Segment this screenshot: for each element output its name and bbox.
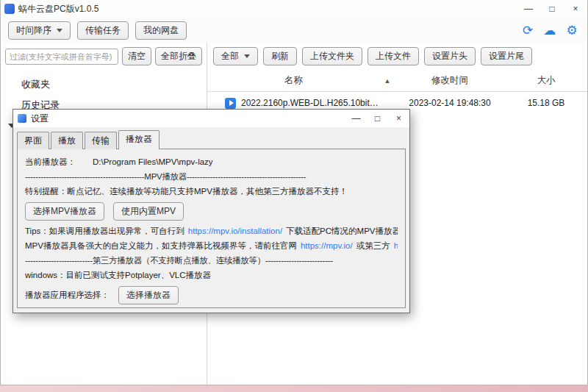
hooke007-link[interactable]: https://hooke007.github.io/ <box>394 240 398 252</box>
column-header-name[interactable]: 名称 <box>207 74 380 87</box>
transfer-tasks-button[interactable]: 传输任务 <box>77 21 129 40</box>
window-title: 蜗牛云盘PC版v1.0.5 <box>18 3 98 15</box>
sort-order-combo[interactable]: 时间降序 <box>8 21 71 40</box>
mpv-info-line: MPV播放器具备强大的自定义能力，如支持弹幕比视频界等，请前往官网 https:… <box>25 240 398 252</box>
filter-type-combo[interactable]: 全部 <box>213 47 258 65</box>
maximize-button[interactable]: □ <box>540 0 564 18</box>
thirdparty-separator: --------------------------第三方播放器（不支持断点播放… <box>25 255 398 266</box>
sort-asc-icon[interactable]: ▲ <box>380 77 395 85</box>
chevron-down-icon <box>244 54 250 58</box>
settings-tabs: 界面 播放 传输 播放器 <box>13 127 409 149</box>
tips-suffix: 下载适配PC情况的MPV播放器即可。 <box>286 226 398 237</box>
player-select-row: 播放器应用程序选择： 选择播放器 <box>25 286 398 304</box>
windows-support-line: windows：目前已测试支持Potplayer、VLC播放器 <box>25 270 398 281</box>
file-name: 2022.2160p.WEB-DL.H265.10bit.DDP.mkv <box>241 98 380 108</box>
my-drive-button[interactable]: 我的网盘 <box>135 21 187 40</box>
use-builtin-mpv-button[interactable]: 使用内置MPV <box>113 202 184 221</box>
settings-dialog-icon <box>18 114 26 123</box>
video-file-icon <box>225 98 236 109</box>
tab-interface[interactable]: 界面 <box>17 132 49 149</box>
set-intro-button[interactable]: 设置片头 <box>424 47 476 65</box>
filter-input[interactable] <box>5 49 118 65</box>
file-size: 15.18 GB <box>505 98 587 108</box>
actions-row: 全部 刷新 上传文件夹 上传文件 设置片头 设置片尾 <box>207 47 587 65</box>
current-player-path: D:\Program Files\MPV\mpv-lazy <box>93 157 213 168</box>
dialog-maximize-button[interactable]: □ <box>367 110 388 127</box>
collapse-all-button[interactable]: 全部折叠 <box>155 47 202 65</box>
mpv-site-link[interactable]: https://mpv.io/ <box>301 240 353 252</box>
dialog-close-button[interactable]: × <box>388 110 409 127</box>
toolbar-icons: ⟳ ☁ ⚙ <box>520 22 580 38</box>
file-name-cell: 2022.2160p.WEB-DL.H265.10bit.DDP.mkv <box>207 98 395 109</box>
sidebar-item-label: 收藏夹 <box>21 78 50 91</box>
dialog-minimize-button[interactable]: — <box>345 110 367 127</box>
player-select-label: 播放器应用程序选择： <box>25 290 110 301</box>
main-toolbar: 时间降序 传输任务 我的网盘 ⟳ ☁ ⚙ <box>1 18 587 43</box>
dialog-titlebar: 设置 — □ × <box>13 110 409 127</box>
mpv-buttons-row: 选择MPV播放器 使用内置MPV <box>25 202 398 221</box>
tab-player[interactable]: 播放器 <box>118 130 159 149</box>
upload-file-button[interactable]: 上传文件 <box>368 47 419 65</box>
column-header-modified[interactable]: 修改时间 <box>395 74 505 87</box>
tab-transfer[interactable]: 传输 <box>85 132 117 149</box>
minimize-button[interactable]: — <box>517 0 540 18</box>
column-header-size[interactable]: 大小 <box>505 74 587 87</box>
player-settings-pane: 当前播放器： D:\Program Files\MPV\mpv-lazy ---… <box>17 149 406 308</box>
window-controls: — □ × <box>517 0 587 18</box>
file-modified: 2023-02-14 19:48:30 <box>395 98 505 108</box>
tips-line: Tips：如果调用播放器出现异常，可自行到 https://mpv.io/ins… <box>25 226 398 237</box>
settings-dialog: 设置 — □ × 界面 播放 传输 播放器 当前播放器： D:\Program … <box>12 109 410 313</box>
select-player-button[interactable]: 选择播放器 <box>118 286 179 304</box>
refresh-button[interactable]: 刷新 <box>263 47 297 65</box>
sort-order-value: 时间降序 <box>16 24 51 37</box>
titlebar: 蜗牛云盘PC版v1.0.5 — □ × <box>1 0 587 18</box>
filter-type-value: 全部 <box>221 50 239 63</box>
dialog-controls: — □ × <box>345 110 409 127</box>
current-player-line: 当前播放器： D:\Program Files\MPV\mpv-lazy <box>25 157 398 168</box>
tab-playback[interactable]: 播放 <box>51 132 83 149</box>
set-outro-button[interactable]: 设置片尾 <box>481 47 532 65</box>
clear-filter-button[interactable]: 清空 <box>122 47 151 65</box>
filter-row: 清空 全部折叠 <box>1 47 207 65</box>
play-glyph-icon <box>229 100 234 106</box>
sidebar-item-favorites[interactable]: 收藏夹 <box>1 74 207 95</box>
current-player-label: 当前播放器： <box>25 157 76 168</box>
list-header: 名称 ▲ 修改时间 大小 <box>207 70 587 92</box>
mpv-info-middle: 或第三方 <box>356 240 390 252</box>
close-button[interactable]: × <box>564 0 587 18</box>
settings-icon[interactable]: ⚙ <box>564 22 580 38</box>
select-mpv-player-button[interactable]: 选择MPV播放器 <box>25 202 104 221</box>
app-icon <box>4 4 15 14</box>
mpv-separator: ----------------------------------------… <box>25 171 398 182</box>
mpv-warning: 特别提醒：断点记忆、连续播放等功能只支持MPV播放器，其他第三方播放器不支持！ <box>25 186 398 197</box>
upload-folder-button[interactable]: 上传文件夹 <box>302 47 362 65</box>
mpv-info-prefix: MPV播放器具备强大的自定义能力，如支持弹幕比视频界等，请前往官网 <box>25 240 297 252</box>
chevron-down-icon <box>57 29 62 32</box>
cloud-icon[interactable]: ☁ <box>542 22 558 38</box>
dialog-title: 设置 <box>31 113 49 125</box>
tips-prefix: Tips：如果调用播放器出现异常，可自行到 <box>25 226 184 237</box>
mpv-installation-link[interactable]: https://mpv.io/installation/ <box>188 226 282 237</box>
update-icon[interactable]: ⟳ <box>520 22 536 38</box>
